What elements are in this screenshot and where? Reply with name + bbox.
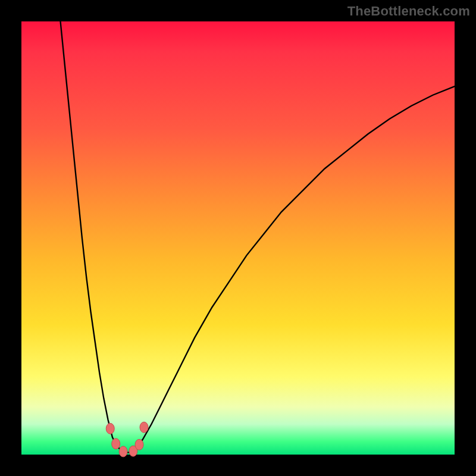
watermark-text: TheBottleneck.com — [347, 4, 470, 19]
curve-marker — [112, 439, 120, 449]
plot-area — [21, 21, 455, 455]
curve-marker — [140, 422, 148, 433]
curve-svg — [21, 21, 455, 455]
curve-marker — [106, 423, 114, 434]
curve-marker — [135, 439, 143, 450]
curve-marker — [119, 446, 127, 457]
bottleneck-curve — [61, 21, 455, 452]
chart-frame: TheBottleneck.com — [0, 0, 476, 476]
